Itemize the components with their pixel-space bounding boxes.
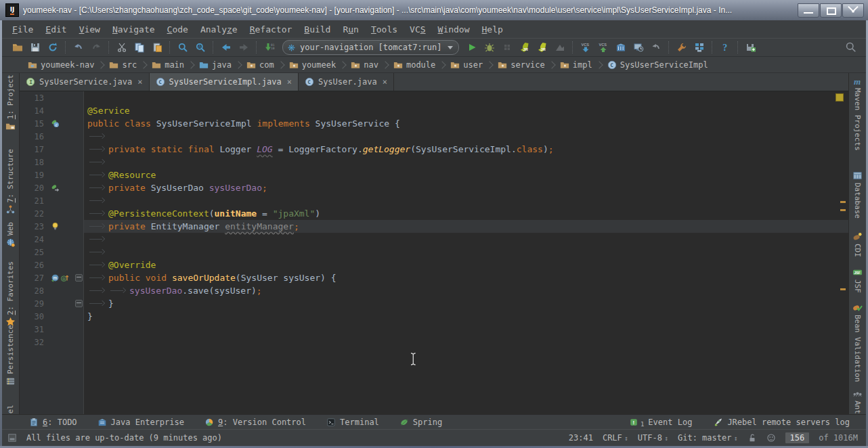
tool-button-favorites[interactable]: 2: Favorites <box>2 261 19 327</box>
memory-indicator[interactable]: 156 <box>785 432 810 443</box>
synchronize-button[interactable] <box>44 39 62 55</box>
breadcrumb-item-nav[interactable]: nav <box>351 60 378 70</box>
breadcrumb-item-com[interactable]: com <box>246 60 274 70</box>
run-configuration-select[interactable]: your-navigation [tomcat7:run] <box>282 40 459 55</box>
tab-close-icon[interactable]: × <box>383 77 387 87</box>
code-line-27[interactable]: public void saveOrUpdate(SysUser sysUser… <box>84 271 848 284</box>
settings-button[interactable] <box>673 39 691 55</box>
code-line-25[interactable] <box>84 246 848 259</box>
editor-tab-SysUserServiceImpl.java[interactable]: CSysUserServiceImpl.java× <box>150 73 299 91</box>
toolwindow-toggle-icon[interactable] <box>7 433 17 443</box>
breadcrumb-item-impl[interactable]: impl <box>560 60 592 70</box>
menu-window[interactable]: Window <box>432 22 476 37</box>
commit-changes-button[interactable]: VCS <box>594 39 612 55</box>
menu-analyze[interactable]: Analyze <box>194 22 244 37</box>
menu-view[interactable]: View <box>73 22 106 37</box>
undo-button[interactable] <box>70 39 87 55</box>
unlock-icon[interactable] <box>747 433 757 443</box>
project-structure-button[interactable] <box>691 39 708 55</box>
editor-tab-SysUser.java[interactable]: CSysUser.java× <box>299 73 394 91</box>
menu-vcs[interactable]: VCS <box>404 22 431 37</box>
menu-build[interactable]: Build <box>298 22 337 37</box>
code-line-20[interactable]: private SysUserDao sysUserDao; <box>84 181 848 194</box>
tool-button-cdi[interactable]: CDI <box>849 231 866 257</box>
code-line-18[interactable] <box>84 156 848 169</box>
encoding-widget[interactable]: UTF-8 <box>638 433 668 443</box>
close-button[interactable] <box>842 3 864 18</box>
spring-autowire-icon[interactable] <box>51 183 60 192</box>
tool-button-beanvalidation[interactable]: Bean Validation <box>849 303 866 382</box>
help-button[interactable]: ? <box>716 39 734 55</box>
find-button[interactable] <box>174 39 192 55</box>
tab-close-icon[interactable]: × <box>287 77 292 87</box>
code-editor[interactable]: 1314@Service15cpublic class SysUserServi… <box>20 91 848 414</box>
error-stripe-mark[interactable] <box>840 288 846 290</box>
editor-tab-SysUserService.java[interactable]: ISysUserService.java× <box>20 73 150 91</box>
line-separator-widget[interactable]: CRLF <box>603 433 628 443</box>
update-project-button[interactable]: VCS <box>577 39 594 55</box>
code-line-17[interactable]: private static final Logger LOG = Logger… <box>84 143 848 156</box>
hector-inspector-icon[interactable] <box>766 433 776 443</box>
search-everywhere-button[interactable] <box>845 41 856 53</box>
tool-button-persistence[interactable]: Persistence <box>2 325 19 386</box>
debug-button[interactable] <box>481 39 498 55</box>
back-button[interactable] <box>217 39 235 55</box>
jrebel-marker-icon[interactable]: m <box>51 273 60 282</box>
menu-code[interactable]: Code <box>161 22 194 37</box>
browse-repository-button[interactable] <box>612 39 630 55</box>
copy-button[interactable] <box>131 39 148 55</box>
menu-help[interactable]: Help <box>476 22 509 37</box>
maximize-button[interactable] <box>820 3 842 18</box>
lightbulb-icon[interactable] <box>51 222 60 231</box>
tool-button-el[interactable]: el <box>2 405 19 413</box>
tool-button-todo[interactable]: 6: TODO <box>29 418 77 427</box>
breadcrumb-item-youmeek[interactable]: youmeek <box>289 60 337 70</box>
run-button[interactable] <box>463 39 481 55</box>
code-line-22[interactable]: @PersistenceContext(unitName = "jpaXml") <box>84 207 848 220</box>
tool-button-mavenprojects[interactable]: mMaven Projects <box>849 76 866 151</box>
debug-with-jrebel-button[interactable]: JR <box>534 39 551 55</box>
code-line-29[interactable]: } <box>84 297 848 310</box>
fold-marker[interactable] <box>75 274 83 282</box>
tool-button-structure[interactable]: 7: Structure <box>2 149 19 215</box>
code-line-14[interactable]: @Service <box>84 104 848 117</box>
code-line-21[interactable] <box>84 194 848 207</box>
inspection-status-icon[interactable] <box>836 93 844 102</box>
breadcrumb-item-sysuserserviceimpl[interactable]: CSysUserServiceImpl <box>607 60 708 70</box>
breadcrumb-item-main[interactable]: main <box>152 60 184 70</box>
code-line-23[interactable]: private EntityManager entityManager; <box>84 220 848 233</box>
tool-button-eventlog[interactable]: !1Event Log <box>629 417 692 428</box>
spring-bean-icon[interactable]: c <box>51 119 60 128</box>
minimize-button[interactable] <box>798 3 819 18</box>
tab-close-icon[interactable]: × <box>137 77 142 87</box>
jrebel-save-button[interactable] <box>742 39 760 55</box>
code-line-16[interactable] <box>84 130 848 143</box>
code-line-15[interactable]: public class SysUserServiceImpl implemen… <box>84 117 848 130</box>
cut-button[interactable] <box>113 39 131 55</box>
error-stripe-mark[interactable] <box>840 201 846 203</box>
run-with-jrebel-button[interactable]: JR <box>516 39 534 55</box>
breadcrumb-item-java[interactable]: java <box>199 60 232 70</box>
save-all-button[interactable] <box>26 39 44 55</box>
tool-button-spring[interactable]: Spring <box>399 418 442 427</box>
code-line-19[interactable]: @Resource <box>84 169 848 181</box>
replace-button[interactable]: A <box>192 39 209 55</box>
tool-button-versioncontrol[interactable]: 9: Version Control <box>204 418 306 427</box>
menu-navigate[interactable]: Navigate <box>106 22 161 37</box>
overrides-method-icon[interactable]: o <box>60 273 69 282</box>
rollback-button[interactable] <box>647 39 665 55</box>
paste-button[interactable] <box>148 39 166 55</box>
error-stripe-mark[interactable] <box>840 209 846 211</box>
breadcrumb-item-module[interactable]: module <box>393 60 435 70</box>
tool-button-database[interactable]: Database <box>849 171 866 219</box>
tool-button-javaenterprise[interactable]: Java Enterprise <box>97 418 184 427</box>
tool-button-jsf[interactable]: JSFJSF <box>849 267 866 293</box>
breadcrumb-item-service[interactable]: service <box>498 60 545 70</box>
fold-marker[interactable] <box>75 300 83 307</box>
vcs-branch-widget[interactable]: Git: master <box>678 433 738 443</box>
code-line-28[interactable]: sysUserDao.save(sysUser); <box>84 284 848 297</box>
tool-button-project[interactable]: 1: Project <box>2 74 19 131</box>
update-running-application-button[interactable]: 0110 <box>261 39 278 55</box>
code-line-26[interactable]: @Override <box>84 259 848 271</box>
menu-run[interactable]: Run <box>337 22 364 37</box>
